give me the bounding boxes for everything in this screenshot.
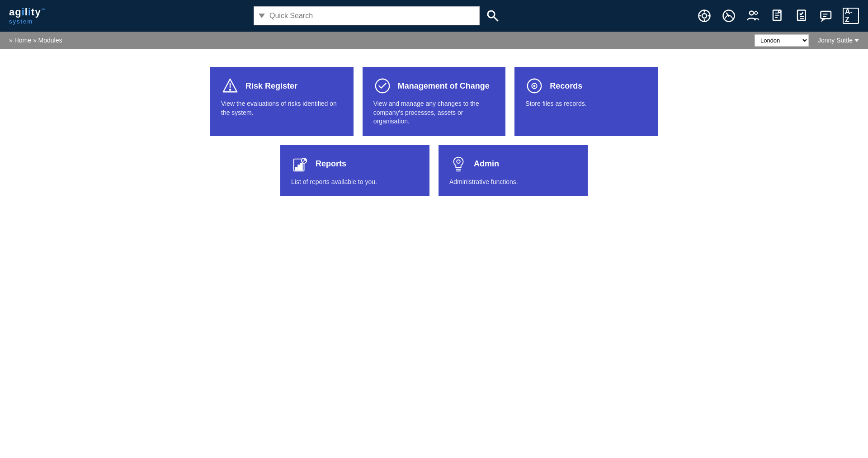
module-reports[interactable]: Reports List of reports available to you… [280, 145, 429, 197]
moc-desc: View and manage any changes to the compa… [373, 99, 495, 126]
admin-title: Admin [474, 159, 499, 169]
reports-icon [291, 155, 309, 173]
user-menu[interactable]: Jonny Suttle [818, 37, 859, 44]
admin-desc: Administrative functions. [449, 178, 577, 187]
reports-title: Reports [316, 159, 346, 169]
svg-point-0 [488, 11, 495, 18]
dashboard-icon[interactable] [721, 8, 737, 24]
svg-point-37 [457, 160, 460, 163]
module-records-header: Records [525, 77, 647, 95]
main-content: Risk Register View the evaluations of ri… [0, 49, 868, 458]
logo-tagline: system [9, 18, 33, 25]
module-moc-header: Management of Change [373, 77, 495, 95]
header: agility™ system [0, 0, 868, 32]
modules-row-1: Risk Register View the evaluations of ri… [210, 67, 658, 136]
svg-point-3 [702, 14, 707, 18]
module-records[interactable]: Records Store files as records. [514, 67, 658, 136]
search-button[interactable] [483, 6, 501, 26]
user-name-label: Jonny Suttle [818, 37, 853, 44]
moc-title: Management of Change [398, 81, 490, 91]
records-desc: Store files as records. [525, 99, 647, 109]
checklist-icon[interactable] [794, 8, 810, 24]
risk-register-title: Risk Register [245, 81, 297, 91]
messages-icon[interactable] [818, 8, 835, 24]
module-admin[interactable]: Admin Administrative functions. [439, 145, 588, 197]
profile-settings-icon[interactable] [696, 8, 712, 24]
svg-rect-31 [298, 165, 300, 170]
svg-rect-19 [821, 11, 831, 19]
az-label: A-Z [844, 7, 858, 25]
risk-register-icon [221, 77, 239, 95]
users-icon[interactable] [745, 8, 761, 24]
module-risk-register[interactable]: Risk Register View the evaluations of ri… [210, 67, 354, 136]
module-management-of-change[interactable]: Management of Change View and manage any… [363, 67, 506, 136]
admin-icon [449, 155, 467, 173]
breadcrumb-right: London New York Paris Berlin Jonny Suttl… [755, 34, 859, 47]
svg-line-1 [494, 17, 498, 21]
search-icon [486, 9, 499, 22]
breadcrumb: » Home » Modules [9, 37, 62, 44]
modules-grid: Risk Register View the evaluations of ri… [210, 67, 658, 196]
records-icon [525, 77, 543, 95]
reports-desc: List of reports available to you. [291, 178, 419, 187]
document-icon[interactable] [769, 8, 786, 24]
modules-row-2: Reports List of reports available to you… [210, 145, 658, 197]
search-container [68, 6, 687, 26]
search-input[interactable] [269, 7, 479, 25]
moc-icon [373, 77, 392, 95]
location-select[interactable]: London New York Paris Berlin [755, 34, 809, 47]
search-box [254, 6, 480, 25]
records-title: Records [550, 81, 582, 91]
svg-point-10 [750, 11, 754, 15]
module-risk-register-header: Risk Register [221, 77, 343, 95]
risk-register-desc: View the evaluations of risks identified… [221, 99, 343, 117]
svg-point-24 [230, 89, 231, 90]
module-admin-header: Admin [449, 155, 577, 173]
svg-rect-32 [301, 163, 302, 170]
svg-point-25 [375, 79, 389, 93]
az-icon[interactable]: A-Z [843, 8, 859, 24]
svg-point-11 [755, 12, 757, 14]
header-icons: A-Z [696, 8, 859, 24]
logo-name: agility™ [9, 7, 46, 17]
svg-point-28 [534, 85, 535, 87]
logo[interactable]: agility™ system [9, 7, 59, 25]
breadcrumb-bar: » Home » Modules London New York Paris B… [0, 32, 868, 49]
user-dropdown-icon [854, 39, 859, 42]
module-reports-header: Reports [291, 155, 419, 173]
search-filter-icon[interactable] [259, 14, 265, 18]
svg-rect-30 [296, 167, 297, 170]
